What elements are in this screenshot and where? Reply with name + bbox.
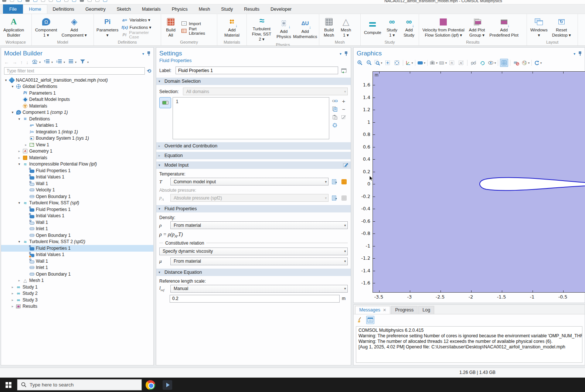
tree-item[interactable]: DWall 1	[1, 258, 153, 265]
build-all-button[interactable]: Build All	[163, 16, 179, 38]
tree-item[interactable]: Inlet 1	[1, 265, 153, 271]
list-item[interactable]: 1	[176, 99, 326, 104]
open-file-icon[interactable]	[18, 0, 22, 2]
tree-expander[interactable]: ▾	[10, 110, 15, 114]
tree-expander[interactable]: ▾	[17, 240, 22, 243]
tree-item[interactable]: Velocity 1	[1, 187, 153, 194]
save-as-icon[interactable]	[33, 0, 37, 2]
ribbon-tab-file[interactable]: File	[3, 4, 23, 14]
tree-item[interactable]: DFluid Properties 1	[1, 245, 153, 252]
add-study-button[interactable]: ∞↓ Add Study	[401, 16, 417, 38]
ribbon-tab-physics[interactable]: Physics	[166, 4, 193, 14]
tree-expander[interactable]: ▾	[17, 117, 22, 121]
tree-item[interactable]: Open Boundary 1	[1, 193, 153, 200]
temperature-dropdown[interactable]: Common model input▾	[170, 178, 329, 185]
ribbon-tab-sketch[interactable]: Sketch	[111, 4, 136, 14]
add-material-button[interactable]: ↓ Add Material	[222, 16, 241, 38]
tree-item[interactable]: ▸△Mesh 1	[1, 277, 153, 284]
go-to-source-icon[interactable]	[331, 178, 338, 185]
tree-expander[interactable]: ▸	[23, 143, 28, 147]
tree-item[interactable]: DFluid Properties 1	[1, 167, 153, 174]
tree-item[interactable]: DInitial Values 1	[1, 174, 153, 181]
deselect-box-button[interactable]: N	[457, 59, 465, 67]
visibility-button[interactable]: ▾	[488, 59, 496, 67]
section-fluid-properties[interactable]: ▾ Fluid Properties	[156, 205, 351, 212]
tree-item[interactable]: ▸∞Study 1	[1, 284, 153, 290]
turbulent-flow-button[interactable]: ≈ Turbulent Flow, SST 2 ▾	[248, 15, 275, 42]
move-down-icon[interactable]: ↓	[26, 59, 29, 65]
forward-icon[interactable]: →	[12, 59, 17, 65]
section-override[interactable]: ▸ Override and Contribution	[156, 142, 351, 150]
zoom-out-button[interactable]	[365, 59, 373, 67]
tree-expander[interactable]: ▾	[10, 85, 15, 88]
domain-selection-list[interactable]: 1	[173, 97, 329, 139]
tree-item[interactable]: DWall 1	[1, 219, 153, 226]
import-button[interactable]: Import	[181, 20, 214, 27]
part-libraries-button[interactable]: Part Libraries	[181, 28, 214, 34]
tree-item[interactable]: ▸∞Study 3	[1, 297, 153, 303]
tree-item[interactable]: Inlet 1	[1, 226, 153, 232]
velocity-plot-button[interactable]: Velocity from Potential Flow Solution (i…	[421, 16, 466, 38]
tree-item[interactable]: a=Variables 1	[1, 122, 153, 129]
tree-expander[interactable]: ▸	[10, 285, 15, 289]
animation-button[interactable]: ▾	[439, 59, 447, 67]
tree-item[interactable]: Boundary System 1(sys 1)	[1, 135, 153, 142]
tree-item[interactable]: DInitial Values 1	[1, 213, 153, 219]
taskbar-search[interactable]	[17, 379, 142, 391]
collapse-all-icon[interactable]	[44, 59, 50, 65]
create-selection-icon[interactable]	[331, 97, 339, 105]
tree-item[interactable]: PiParameters 1	[1, 90, 153, 96]
edit-model-input-icon[interactable]	[343, 162, 348, 168]
add-predefined-plot-button[interactable]: ↓ Add Predefined Plot	[487, 16, 520, 38]
pin-icon[interactable]	[578, 51, 582, 56]
ribbon-tab-results[interactable]: Results	[238, 4, 265, 14]
taskbar-app-icon[interactable]	[159, 378, 176, 392]
tree-expander[interactable]: ▸	[17, 149, 22, 153]
select-box-button[interactable]: R	[448, 59, 456, 67]
model-tree-node-text-icon[interactable]	[68, 59, 74, 65]
label-input[interactable]	[176, 67, 338, 74]
compute-button[interactable]: Compute	[362, 18, 383, 36]
close-icon[interactable]: ✕	[383, 308, 386, 313]
quick-access-toolbar[interactable]	[2, 0, 107, 2]
refresh-icon[interactable]: ⟲	[147, 68, 151, 74]
tree-expander[interactable]: ▾	[17, 162, 22, 166]
search-input[interactable]	[30, 382, 138, 388]
expand-all-icon[interactable]	[56, 59, 62, 65]
ribbon-tab-mesh[interactable]: Mesh	[193, 4, 216, 14]
ribbon-tab-developer[interactable]: Developer	[265, 4, 297, 14]
tree-expander[interactable]: ▸	[10, 298, 15, 302]
view-orientation-button[interactable]: ▾	[405, 59, 413, 67]
remove-from-selection-icon[interactable]: −	[340, 105, 347, 113]
ribbon-tab-home[interactable]: Home	[23, 4, 47, 14]
copy-selection-icon[interactable]	[331, 105, 339, 113]
add-physics-button[interactable]: ↓ Add Physics	[276, 17, 292, 40]
ribbon-tab-geometry[interactable]: Geometry	[80, 4, 111, 14]
viscosity-dropdown[interactable]: From material▾	[170, 258, 348, 265]
build-mesh-button[interactable]: Build Mesh	[321, 16, 337, 38]
add-component-button[interactable]: ◈ Add Component ▾	[59, 16, 88, 38]
ribbon-tab-definitions[interactable]: Definitions	[47, 4, 80, 14]
section-model-input[interactable]: ▾ Model Input	[156, 161, 351, 169]
active-toggle[interactable]	[159, 97, 171, 108]
go-to-default-view-button[interactable]	[393, 59, 401, 67]
back-icon[interactable]: ←	[4, 59, 9, 65]
reference-length-input[interactable]	[170, 295, 340, 303]
tree-item[interactable]: ▸Materials	[1, 154, 153, 161]
tree-filter-input[interactable]	[4, 67, 145, 75]
functions-button[interactable]: f(x) Functions ▾	[122, 24, 158, 30]
redo-icon[interactable]	[49, 0, 53, 2]
move-up-icon[interactable]: ↑	[20, 59, 23, 65]
section-distance-equation[interactable]: ▾ Distance Equation	[156, 269, 351, 276]
tree-item[interactable]: DFluid Properties 1	[1, 206, 153, 213]
start-button[interactable]	[0, 378, 17, 392]
tree-item[interactable]: ▾ΩComponent 1(comp 1)	[1, 109, 153, 116]
image-snapshot-button[interactable]: ▾	[429, 59, 438, 67]
undo-icon[interactable]	[41, 0, 45, 2]
ribbon-tab-study[interactable]: Study	[215, 4, 238, 14]
paste-selection-icon[interactable]	[331, 113, 339, 121]
study-1-button[interactable]: ∞ Study 1 ▾	[384, 16, 400, 38]
tree-expander[interactable]: ▸	[10, 292, 15, 295]
tree-expander[interactable]: ▾	[17, 201, 22, 205]
zoom-in-button[interactable]	[356, 59, 364, 67]
